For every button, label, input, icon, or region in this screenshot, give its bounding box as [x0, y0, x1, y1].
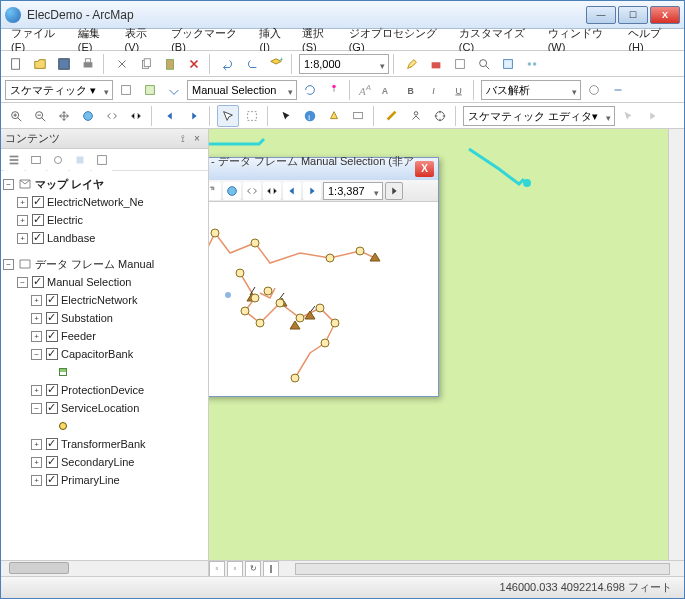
minimize-button[interactable]: —	[586, 6, 616, 24]
select-features-button[interactable]	[217, 105, 239, 127]
viewer-title-bar[interactable]: ビューア - データ フレーム Manual Selection (非アク...…	[209, 158, 438, 180]
layer-checkbox[interactable]	[46, 312, 58, 324]
save-button[interactable]	[53, 53, 75, 75]
layer-checkbox[interactable]	[46, 330, 58, 342]
data-frame-map-layers[interactable]: − マップ レイヤ	[3, 175, 206, 193]
fixed-zoom-out-button[interactable]	[125, 105, 147, 127]
layer-checkbox[interactable]	[46, 456, 58, 468]
expand-icon[interactable]: +	[31, 457, 42, 468]
undo-button[interactable]	[217, 53, 239, 75]
pan-button[interactable]	[53, 105, 75, 127]
collapse-icon[interactable]: −	[17, 277, 28, 288]
expand-icon[interactable]: +	[31, 439, 42, 450]
catalog-button[interactable]	[449, 53, 471, 75]
list-by-selection-button[interactable]	[69, 149, 91, 171]
close-button[interactable]: X	[650, 6, 680, 24]
expand-icon[interactable]: +	[31, 385, 42, 396]
collapse-icon[interactable]: −	[31, 403, 42, 414]
layer-feeder[interactable]: + Feeder	[3, 327, 206, 345]
viewer-play-button[interactable]	[385, 182, 403, 200]
editor-toolbar-button[interactable]	[401, 53, 423, 75]
underline-button[interactable]: U	[447, 79, 469, 101]
zoom-out-button[interactable]	[29, 105, 51, 127]
layer-checkbox[interactable]	[46, 438, 58, 450]
bold-button[interactable]: B	[399, 79, 421, 101]
map-canvas[interactable]: ビューア - データ フレーム Manual Selection (非アク...…	[209, 129, 684, 576]
viewer-window[interactable]: ビューア - データ フレーム Manual Selection (非アク...…	[209, 157, 439, 397]
layer-checkbox[interactable]	[46, 474, 58, 486]
delete-button[interactable]	[183, 53, 205, 75]
identify-button[interactable]: i	[299, 105, 321, 127]
find-button[interactable]	[405, 105, 427, 127]
layer-electric[interactable]: + Electric	[3, 211, 206, 229]
viewer-full-extent-button[interactable]	[223, 182, 241, 200]
layer-secondary-line[interactable]: + SecondaryLine	[3, 453, 206, 471]
clear-selection-button[interactable]	[241, 105, 263, 127]
schematic-layout-button[interactable]	[323, 79, 345, 101]
redo-button[interactable]	[241, 53, 263, 75]
layer-primary-line[interactable]: + PrimaryLine	[3, 471, 206, 489]
layer-substation[interactable]: + Substation	[3, 309, 206, 327]
scroll-thumb[interactable]	[9, 562, 69, 574]
network-analysis-combo[interactable]: バス解析	[481, 80, 581, 100]
increase-font-button[interactable]: A	[375, 79, 397, 101]
fixed-zoom-in-button[interactable]	[101, 105, 123, 127]
layer-checkbox[interactable]	[32, 214, 44, 226]
list-by-drawing-order-button[interactable]	[3, 149, 25, 171]
viewer-close-button[interactable]: X	[415, 161, 434, 177]
map-scale-combo[interactable]: 1:8,000	[299, 54, 389, 74]
viewer-canvas[interactable]	[209, 202, 438, 396]
layer-checkbox[interactable]	[32, 196, 44, 208]
new-document-button[interactable]	[5, 53, 27, 75]
expand-icon[interactable]: +	[17, 233, 28, 244]
schematic-move-tool-button[interactable]	[641, 105, 663, 127]
layer-checkbox[interactable]	[46, 402, 58, 414]
toc-scrollbar[interactable]	[1, 560, 208, 576]
select-elements-button[interactable]	[275, 105, 297, 127]
zoom-in-button[interactable]	[5, 105, 27, 127]
expand-icon[interactable]: +	[31, 313, 42, 324]
cut-button[interactable]	[111, 53, 133, 75]
toolbox-button[interactable]	[425, 53, 447, 75]
python-button[interactable]	[497, 53, 519, 75]
expand-icon[interactable]: +	[31, 295, 42, 306]
maximize-button[interactable]: ☐	[618, 6, 648, 24]
schematic-save-button[interactable]	[163, 79, 185, 101]
collapse-icon[interactable]: −	[3, 179, 14, 190]
copy-button[interactable]	[135, 53, 157, 75]
viewer-scale-combo[interactable]: 1:3,387	[323, 182, 383, 200]
network-analyst-button[interactable]	[583, 79, 605, 101]
schematic-edit-tool-button[interactable]	[617, 105, 639, 127]
open-button[interactable]	[29, 53, 51, 75]
schematic-editor-dropdown[interactable]: スケマティック エディタ▾	[463, 106, 615, 126]
add-data-button[interactable]: +	[265, 53, 287, 75]
expand-icon[interactable]: +	[17, 197, 28, 208]
viewer-next-extent-button[interactable]	[303, 182, 321, 200]
schematic-diagram-combo[interactable]: Manual Selection	[187, 80, 297, 100]
list-by-source-button[interactable]	[25, 149, 47, 171]
list-by-visibility-button[interactable]	[47, 149, 69, 171]
measure-button[interactable]	[381, 105, 403, 127]
layer-checkbox[interactable]	[32, 232, 44, 244]
model-builder-button[interactable]	[521, 53, 543, 75]
hyperlink-button[interactable]	[323, 105, 345, 127]
next-extent-button[interactable]	[183, 105, 205, 127]
layout-view-button[interactable]: ▫	[227, 561, 243, 577]
refresh-button[interactable]: ↻	[245, 561, 261, 577]
data-view-button[interactable]: ▫	[209, 561, 225, 577]
full-extent-button[interactable]	[77, 105, 99, 127]
toc-close-button[interactable]: ×	[190, 133, 204, 144]
expand-icon[interactable]: +	[31, 331, 42, 342]
schematic-new-button[interactable]	[115, 79, 137, 101]
paste-button[interactable]	[159, 53, 181, 75]
data-frame-manual[interactable]: − データ フレーム Manual	[3, 255, 206, 273]
layer-checkbox[interactable]	[46, 384, 58, 396]
viewer-prev-extent-button[interactable]	[283, 182, 301, 200]
layer-checkbox[interactable]	[46, 294, 58, 306]
schematic-refresh-button[interactable]	[299, 79, 321, 101]
search-button[interactable]	[473, 53, 495, 75]
toc-pin-button[interactable]: ⟟	[176, 133, 190, 145]
layer-checkbox[interactable]	[46, 348, 58, 360]
toc-options-button[interactable]	[91, 149, 113, 171]
pause-drawing-button[interactable]: ‖	[263, 561, 279, 577]
